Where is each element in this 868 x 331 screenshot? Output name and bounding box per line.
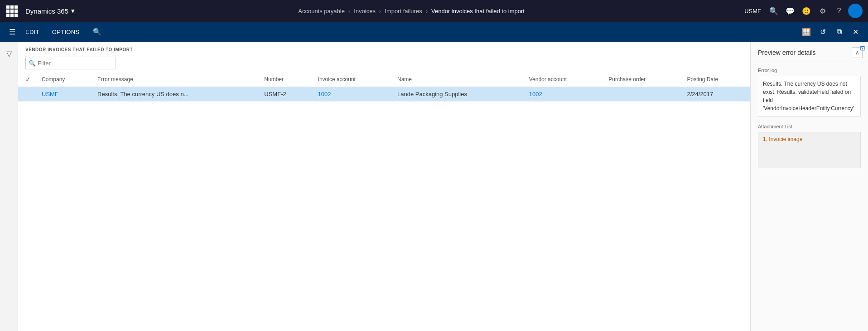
main-area: ▽ VENDOR INVOICES THAT FAILED TO IMPORT … [0, 42, 868, 331]
table-row[interactable]: USMF Results. The currency US does n... … [18, 87, 750, 102]
filter-search-icon: 🔍 [29, 60, 36, 67]
org-label: USMF [744, 8, 761, 15]
table-header: ✓ Company Error message Number Invoice a… [18, 72, 750, 87]
chat-icon-btn[interactable]: 💬 [783, 4, 797, 18]
row-purchase-order [603, 87, 681, 102]
col-header-company: Company [36, 72, 92, 87]
col-header-invoice-account: Invoice account [313, 72, 392, 87]
row-invoice-account[interactable]: 1002 [313, 87, 392, 102]
sidebar-filter-icon[interactable]: ▽ [1, 45, 17, 62]
filter-input-wrap[interactable]: 🔍 [25, 57, 116, 69]
right-panel-header: Preview error details ∧ ⊡ [751, 42, 868, 62]
filter-bar: 🔍 [18, 54, 750, 72]
breadcrumb-current: Vendor invoices that failed to import [431, 8, 525, 15]
app-title[interactable]: Dynamics 365 ▾ [22, 7, 78, 15]
filter-input[interactable] [38, 60, 114, 67]
menu-toggle-icon[interactable]: ☰ [5, 24, 19, 40]
command-bar: ☰ Edit OPTIONS 🔍 🪟 ↺ ⧉ ✕ [0, 22, 868, 42]
waffle-menu-icon[interactable] [4, 3, 20, 19]
breadcrumb-sep-2: › [379, 8, 381, 15]
breadcrumb-accounts-payable[interactable]: Accounts payable [298, 8, 345, 15]
row-error-message: Results. The currency US does n... [92, 87, 259, 102]
edit-button[interactable]: Edit [19, 22, 46, 42]
table-body: USMF Results. The currency US does n... … [18, 87, 750, 102]
error-log-label: Error log [758, 68, 861, 73]
invoices-table: ✓ Company Error message Number Invoice a… [18, 72, 750, 102]
col-header-purchase-order: Purchase order [603, 72, 681, 87]
command-search[interactable]: 🔍 [89, 24, 105, 39]
error-log-box: Results. The currency US does not exist.… [758, 76, 861, 117]
help-icon-btn[interactable]: ? [832, 4, 846, 18]
search-icon-btn[interactable]: 🔍 [767, 4, 781, 18]
avatar[interactable] [848, 4, 863, 18]
breadcrumb: Accounts payable › Invoices › Import fai… [78, 8, 744, 15]
col-header-name: Name [392, 72, 524, 87]
row-posting-date: 2/24/2017 [681, 87, 750, 102]
command-search-icon[interactable]: 🔍 [89, 24, 105, 39]
table-wrap: ✓ Company Error message Number Invoice a… [18, 72, 750, 331]
top-nav-right: USMF 🔍 💬 🙂 ⚙ ? [744, 4, 868, 18]
face-icon-btn[interactable]: 🙂 [799, 4, 814, 18]
options-button[interactable]: OPTIONS [46, 22, 86, 42]
breadcrumb-sep-3: › [426, 8, 428, 15]
top-nav-left: Dynamics 365 ▾ [0, 3, 78, 19]
attachment-item[interactable]: 1, Invocie image [763, 136, 856, 142]
attachment-box: 1, Invocie image [758, 132, 861, 168]
right-panel-body: Error log Results. The currency US does … [751, 62, 868, 331]
cmd-bar-right: 🪟 ↺ ⧉ ✕ [799, 24, 863, 39]
window-restore-icon[interactable]: ⧉ [832, 24, 846, 39]
waffle-grid [6, 5, 18, 17]
col-header-posting-date: Posting Date [681, 72, 750, 87]
row-company[interactable]: USMF [36, 87, 92, 102]
top-navigation: Dynamics 365 ▾ Accounts payable › Invoic… [0, 0, 868, 22]
row-name: Lande Packaging Supplies [392, 87, 524, 102]
window-persona-icon[interactable]: 🪟 [799, 24, 814, 39]
app-title-text: Dynamics 365 [25, 7, 68, 15]
window-close-icon[interactable]: ✕ [848, 24, 863, 39]
page-header: VENDOR INVOICES THAT FAILED TO IMPORT [18, 42, 750, 54]
check-icon: ✓ [25, 76, 31, 83]
row-check [18, 87, 36, 102]
col-header-number: Number [259, 72, 312, 87]
right-panel-title: Preview error details [758, 49, 816, 56]
col-header-check: ✓ [18, 72, 36, 87]
app-title-dropdown-icon: ▾ [71, 7, 75, 15]
left-sidebar: ▽ [0, 42, 18, 331]
col-header-vendor-account: Vendor account [524, 72, 603, 87]
attachment-label: Attachment List [758, 124, 861, 129]
page-title: VENDOR INVOICES THAT FAILED TO IMPORT [25, 47, 743, 52]
col-header-error-message: Error message [92, 72, 259, 87]
breadcrumb-invoices[interactable]: Invoices [354, 8, 376, 15]
right-panel: Preview error details ∧ ⊡ Error log Resu… [750, 42, 868, 331]
breadcrumb-import-failures[interactable]: Import failures [385, 8, 422, 15]
breadcrumb-sep-1: › [348, 8, 350, 15]
row-number: USMF-2 [259, 87, 312, 102]
settings-icon-btn[interactable]: ⚙ [815, 4, 830, 18]
row-vendor-account[interactable]: 1002 [524, 87, 603, 102]
window-refresh-icon[interactable]: ↺ [815, 24, 830, 39]
panel-resize-icon[interactable]: ⊡ [860, 44, 865, 52]
content-area: VENDOR INVOICES THAT FAILED TO IMPORT 🔍 … [18, 42, 750, 331]
